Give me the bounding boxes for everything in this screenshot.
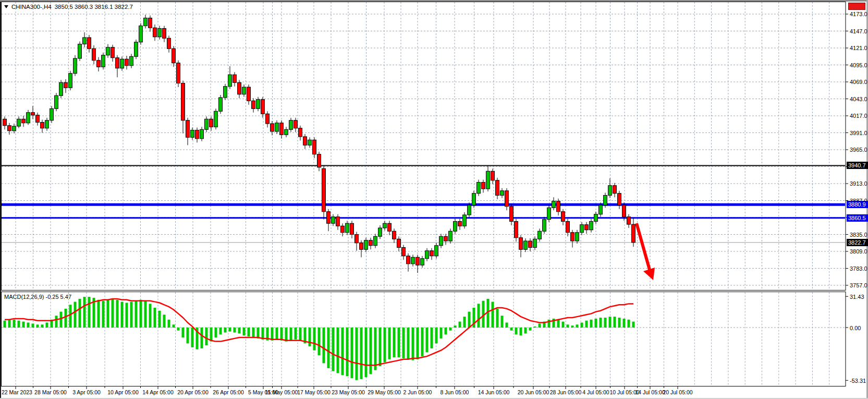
price-tag-3860.5: 3860.5 xyxy=(847,214,868,222)
macd-histogram-bar xyxy=(510,328,513,331)
macd-histogram-bar xyxy=(478,304,480,328)
macd-histogram-bar xyxy=(121,302,124,328)
price-chart-canvas[interactable] xyxy=(0,0,868,399)
candle-body-down xyxy=(116,58,119,68)
macd-histogram-bar xyxy=(243,328,246,335)
candle-body-down xyxy=(233,75,237,82)
candle-body-down xyxy=(294,120,298,128)
candle-body-up xyxy=(120,59,124,68)
date-axis-label: 17 May 05:00 xyxy=(297,389,331,395)
macd-histogram-bar xyxy=(562,322,565,328)
candle-body-down xyxy=(247,87,251,101)
macd-histogram-bar xyxy=(370,328,372,374)
macd-histogram-bar xyxy=(8,320,11,328)
macd-histogram-bar xyxy=(417,328,419,359)
macd-histogram-bar xyxy=(463,317,466,328)
price-axis-label: 3757.0 xyxy=(850,282,867,289)
price-axis-label: 3835.0 xyxy=(850,231,867,238)
candle-body-down xyxy=(519,238,523,250)
macd-histogram-bar xyxy=(459,322,461,328)
candle-body-up xyxy=(590,222,593,230)
candle-body-up xyxy=(576,233,579,241)
window-left-border xyxy=(0,2,1,398)
macd-histogram-bar xyxy=(426,328,429,353)
candle-body-down xyxy=(618,194,621,205)
candle-body-up xyxy=(74,58,77,74)
candle-body-down xyxy=(369,240,373,246)
macd-histogram-bar xyxy=(539,323,541,328)
date-axis-label: 8 Jun 05:00 xyxy=(441,389,469,395)
trend-arrow-annotation[interactable] xyxy=(637,223,655,280)
candle-body-up xyxy=(50,108,54,120)
date-axis-label: 14 Apr 05:00 xyxy=(142,389,174,395)
candle-body-down xyxy=(496,180,499,196)
candle-body-down xyxy=(388,223,392,231)
macd-histogram-bar xyxy=(421,328,424,356)
market-status-indicator[interactable] xyxy=(848,3,865,10)
date-axis-label: 10 Apr 05:00 xyxy=(107,389,139,395)
candle-body-up xyxy=(580,225,584,233)
macd-histogram-bar xyxy=(276,328,278,340)
macd-histogram-bar xyxy=(496,309,499,328)
macd-histogram-bar xyxy=(295,328,297,340)
macd-histogram-bar xyxy=(201,328,203,348)
price-axis-label: 3965.0 xyxy=(850,146,867,153)
candle-body-down xyxy=(444,236,448,241)
price-axis-label: 4069.0 xyxy=(850,78,867,86)
price-panel-frame xyxy=(2,2,846,291)
price-axis-label: 4147.0 xyxy=(850,28,867,35)
macd-histogram-bar xyxy=(614,317,616,328)
candle-body-down xyxy=(430,251,434,256)
macd-histogram-bar xyxy=(88,297,91,328)
candle-body-down xyxy=(397,239,401,247)
chart-collapse-icon[interactable] xyxy=(4,5,8,8)
macd-histogram-bar xyxy=(585,321,588,328)
macd-histogram-bar xyxy=(360,328,363,379)
macd-histogram-bar xyxy=(135,301,138,328)
candle-body-up xyxy=(332,217,335,224)
macd-histogram-bar xyxy=(571,325,574,328)
macd-histogram-bar xyxy=(187,328,189,343)
date-axis-label: 3 Apr 05:00 xyxy=(72,389,101,395)
date-axis-label: 2 Jun 05:00 xyxy=(404,389,432,395)
macd-histogram-bar xyxy=(177,328,180,331)
candle-body-up xyxy=(439,236,443,246)
price-axis-label: 4121.0 xyxy=(850,44,867,52)
date-axis-label: 14 Jul 05:00 xyxy=(635,389,665,395)
price-axis-label: 3809.0 xyxy=(850,248,867,255)
candle-body-up xyxy=(27,113,30,123)
candle-body-up xyxy=(608,186,612,196)
candle-body-down xyxy=(92,49,96,61)
macd-histogram-bar xyxy=(27,323,30,328)
date-axis-label: 20 Jul 05:00 xyxy=(663,389,692,395)
price-axis-label: 4043.0 xyxy=(850,95,867,103)
candle-body-down xyxy=(622,205,626,217)
candle-body-down xyxy=(407,256,410,264)
macd-histogram-bar xyxy=(506,323,508,328)
candle-body-down xyxy=(613,186,617,194)
macd-histogram-bar xyxy=(79,299,81,328)
macd-histogram-bar xyxy=(285,328,288,342)
macd-histogram-bar xyxy=(182,328,185,337)
candle-body-down xyxy=(125,59,129,66)
macd-histogram-bar xyxy=(600,318,602,328)
candle-body-up xyxy=(308,140,312,145)
candle-body-down xyxy=(97,61,101,67)
macd-histogram-bar xyxy=(388,328,391,359)
macd-histogram-bar xyxy=(524,328,527,333)
candle-body-down xyxy=(149,18,152,28)
chart-window: CHINA300-,H4 3850.5 3860.3 3816.1 3822.7… xyxy=(0,0,868,399)
chart-title: CHINA300-,H4 3850.5 3860.3 3816.1 3822.7 xyxy=(4,4,133,10)
date-axis-label: 20 Apr 05:00 xyxy=(177,389,209,395)
candle-body-up xyxy=(219,98,223,111)
arrow-shaft xyxy=(637,223,650,270)
chart-title-ohlc: 3850.5 3860.3 3816.1 3822.7 xyxy=(55,4,133,10)
candle-body-up xyxy=(130,56,133,66)
macd-histogram-bar xyxy=(130,302,133,328)
macd-histogram-bar xyxy=(356,328,358,380)
candle-body-up xyxy=(285,129,288,135)
macd-histogram-bar xyxy=(374,328,377,370)
candle-body-down xyxy=(299,128,302,137)
candle-body-up xyxy=(472,194,476,205)
candle-body-up xyxy=(364,240,368,250)
